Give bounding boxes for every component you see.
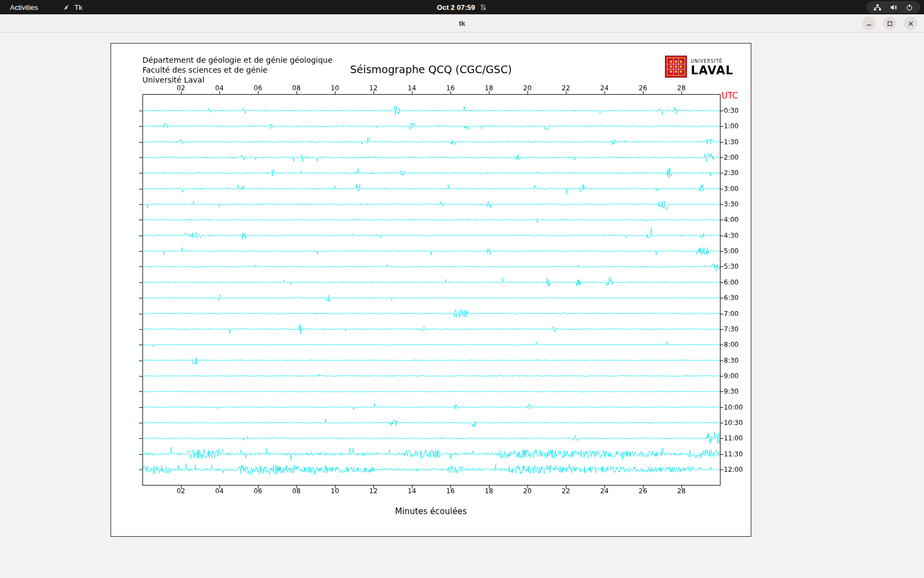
app-menu-label: Tk bbox=[74, 3, 82, 12]
maximize-button[interactable] bbox=[883, 17, 897, 30]
plot-title: Séismographe QCQ (CGC/GSC) bbox=[111, 63, 751, 75]
app-menu-tk[interactable]: Tk bbox=[63, 3, 82, 12]
window-title: tk bbox=[459, 19, 465, 28]
window-titlebar[interactable]: tk bbox=[0, 14, 924, 32]
clock-button[interactable]: Oct 2 07:59 bbox=[437, 3, 487, 12]
network-icon bbox=[873, 4, 882, 11]
header-line-3: Université Laval bbox=[142, 75, 333, 85]
window-controls bbox=[862, 17, 917, 30]
power-icon bbox=[906, 4, 913, 11]
activities-button[interactable]: Activities bbox=[0, 0, 48, 14]
seismograph-canvas bbox=[111, 43, 752, 537]
volume-icon bbox=[890, 4, 898, 11]
close-button[interactable] bbox=[904, 17, 917, 30]
minimize-button[interactable] bbox=[862, 17, 876, 30]
utc-axis-label: UTC bbox=[722, 91, 738, 101]
notifications-disabled-icon bbox=[480, 4, 487, 11]
laval-emblem-icon bbox=[665, 56, 687, 80]
seismograph-panel: Département de géologie et de génie géol… bbox=[111, 43, 751, 537]
laval-logo: UNIVERSITÉ LAVAL bbox=[665, 56, 734, 80]
top-bar: Activities Tk Oct 2 07:59 bbox=[0, 0, 924, 14]
clock-label: Oct 2 07:59 bbox=[437, 3, 475, 12]
laval-logo-line2: LAVAL bbox=[691, 64, 734, 77]
laval-logo-text: UNIVERSITÉ LAVAL bbox=[691, 59, 734, 77]
system-tray[interactable] bbox=[866, 1, 920, 13]
tk-feather-icon bbox=[63, 4, 70, 11]
x-axis-label: Minutes écoulées bbox=[111, 506, 751, 516]
